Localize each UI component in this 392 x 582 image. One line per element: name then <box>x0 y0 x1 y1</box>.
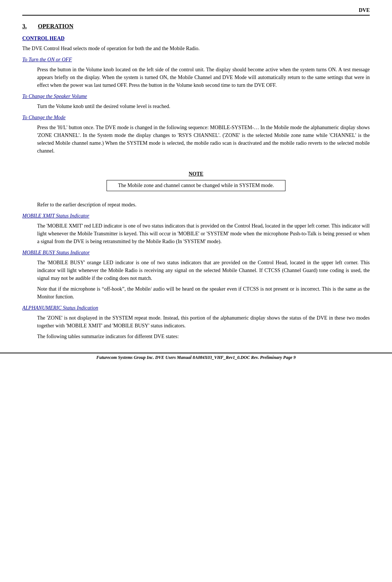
mobile-xmit-body: The 'MOBILE XMIT' red LED indicator is o… <box>37 222 370 245</box>
note-title: NOTE <box>22 171 370 177</box>
note-section: NOTE The Mobile zone and channel cannot … <box>22 171 370 191</box>
change-mode-label: To Change the Mode <box>22 115 370 121</box>
change-volume-body: Turn the Volume knob until the desired v… <box>37 102 370 110</box>
refer-text: Refer to the earlier description of repe… <box>37 201 370 209</box>
mobile-busy-body2: Note that if the microphone is “off-hook… <box>37 285 370 301</box>
alphanumeric-body1: The 'ZONE' is not displayed in the SYSTE… <box>37 314 370 330</box>
section-title: OPERATION <box>38 23 74 30</box>
mobile-xmit-label: MOBILE XMIT Status Indicator <box>22 213 370 219</box>
control-head-intro: The DVE Control Head selects mode of ope… <box>22 45 370 52</box>
turn-on-off-label: To Turn the ON or OFF <box>22 57 370 63</box>
header-bar: DVE <box>22 7 370 16</box>
alphanumeric-label: ALPHANUMERIC Status Indication <box>22 305 370 311</box>
section-heading: 3. OPERATION <box>22 23 370 30</box>
change-mode-body: Press the 'H/L' button once. The DVE mod… <box>37 124 370 155</box>
control-head-heading: CONTROL HEAD <box>22 36 370 42</box>
footer-bar: Futurecom Systems Group Inc. DVE Users M… <box>0 353 392 362</box>
alphanumeric-body2: The following tables summarize indicator… <box>37 333 370 340</box>
mobile-busy-label: MOBILE BUSY Status Indicator <box>22 250 370 256</box>
mobile-busy-body1: The 'MOBILE BUSY' orange LED indicator i… <box>37 259 370 282</box>
header-title: DVE <box>359 7 370 13</box>
section-number: 3. <box>22 23 27 30</box>
change-volume-label: To Change the Speaker Volume <box>22 94 370 99</box>
page: DVE 3. OPERATION CONTROL HEAD The DVE Co… <box>0 0 392 366</box>
footer-text: Futurecom Systems Group Inc. DVE Users M… <box>97 355 296 360</box>
note-box: The Mobile zone and channel cannot be ch… <box>107 180 285 191</box>
turn-on-off-body: Press the button in the Volume knob loca… <box>37 66 370 89</box>
